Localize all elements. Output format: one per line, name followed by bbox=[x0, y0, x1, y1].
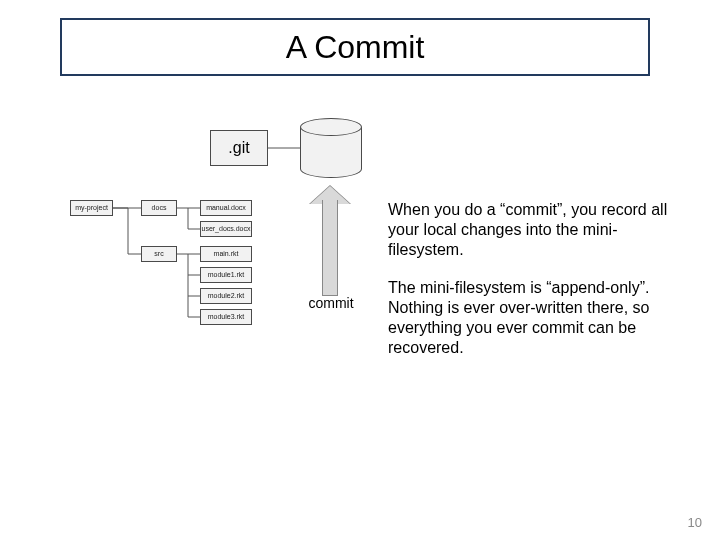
git-folder-box: .git bbox=[210, 130, 268, 166]
commit-label: commit bbox=[296, 295, 366, 311]
tree-node-userdocs: user_docs.docx bbox=[200, 221, 252, 237]
slide-number: 10 bbox=[688, 515, 702, 530]
git-folder-label: .git bbox=[228, 139, 249, 157]
database-cylinder-icon bbox=[300, 118, 362, 178]
tree-node-manual: manual.docx bbox=[200, 200, 252, 216]
slide-body-text: When you do a “commit”, you record all y… bbox=[388, 200, 688, 376]
slide-title: A Commit bbox=[286, 29, 425, 66]
tree-node-module2: module2.rkt bbox=[200, 288, 252, 304]
tree-node-src: src bbox=[141, 246, 177, 262]
tree-node-main: main.rkt bbox=[200, 246, 252, 262]
commit-arrow-icon bbox=[310, 186, 350, 296]
tree-node-module3: module3.rkt bbox=[200, 309, 252, 325]
tree-node-module1: module1.rkt bbox=[200, 267, 252, 283]
tree-node-root: my-project bbox=[70, 200, 113, 216]
slide-title-frame: A Commit bbox=[60, 18, 650, 76]
paragraph-1: When you do a “commit”, you record all y… bbox=[388, 200, 688, 260]
paragraph-2: The mini-filesystem is “append-only”. No… bbox=[388, 278, 688, 358]
tree-node-docs: docs bbox=[141, 200, 177, 216]
